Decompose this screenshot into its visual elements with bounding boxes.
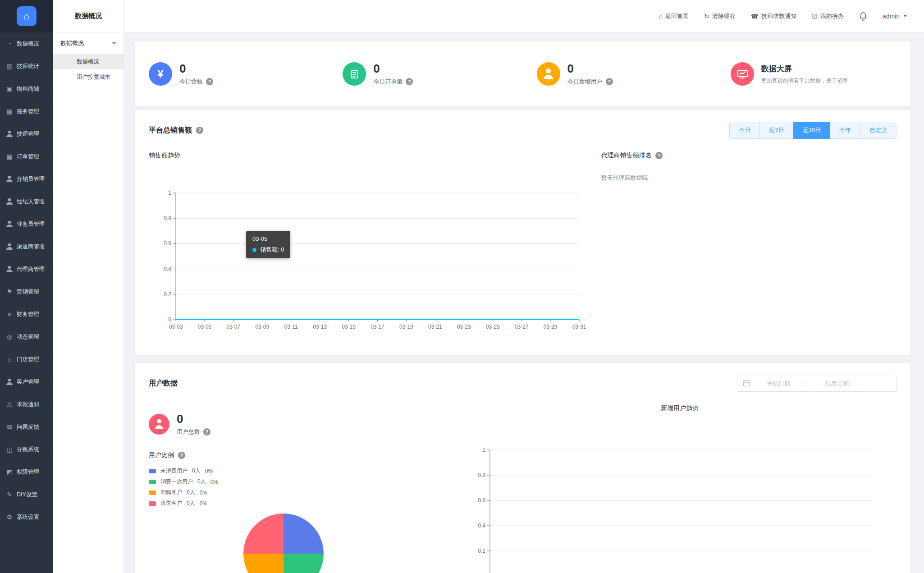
help-icon[interactable]: ? <box>206 78 213 85</box>
help-icon[interactable]: ? <box>406 78 413 85</box>
clipboard-icon <box>343 62 366 86</box>
sidebar-item-label: 经纪人管理 <box>17 198 45 206</box>
svg-text:0.4: 0.4 <box>164 266 171 272</box>
user-icon <box>149 414 169 435</box>
stats-card: ¥ 0 今日营收 ? 0 今日订单量 ? <box>135 41 910 106</box>
date-range-picker[interactable]: - <box>737 375 897 392</box>
legend-swatch-icon <box>149 469 156 473</box>
help-icon[interactable]: ? <box>606 78 613 85</box>
sidebar-item-feed-mgmt[interactable]: ◎动态管理 <box>0 325 53 348</box>
sidebar-item-broker-mgmt[interactable]: 经纪人管理 <box>0 190 53 213</box>
today-new-users-label: 今日新增用户 <box>567 78 603 86</box>
sidebar-item-customer-mgmt[interactable]: 客户管理 <box>0 371 53 393</box>
sidebar-item-diy-settings[interactable]: ✎DIY设置 <box>0 483 53 506</box>
legend-item[interactable]: 回购客户0人0% <box>149 487 463 498</box>
sidebar-item-label: 渠道商管理 <box>17 243 45 251</box>
today-new-users-value: 0 <box>567 62 613 75</box>
sidebar-item-distributor-mgmt[interactable]: 分销员管理 <box>0 168 53 190</box>
platform-sales-card: 平台总销售额 ? 今日近7日近30日今年自定义 销售额趋势 03-05 <box>135 110 910 355</box>
svg-text:03-17: 03-17 <box>371 324 384 330</box>
home-logo-icon[interactable]: ⌂ <box>17 6 37 26</box>
svg-text:03-05: 03-05 <box>198 324 212 330</box>
svg-text:0.8: 0.8 <box>164 215 171 221</box>
disc-icon: ◎ <box>6 333 13 340</box>
shield-icon: ◩ <box>6 468 13 476</box>
todo-icon: ☑ <box>812 13 818 20</box>
sidebar-item-store-mgmt[interactable]: ⌂门店管理 <box>0 348 53 371</box>
legend-swatch-icon <box>149 480 156 484</box>
topbar-item-label: 清除缓存 <box>712 12 736 20</box>
topbar-item-home[interactable]: ⌂返回首页 <box>659 12 689 20</box>
admin-user-menu[interactable]: admin <box>883 13 907 20</box>
mail-icon: ✉ <box>6 423 13 431</box>
sidebar-item-feedback[interactable]: ✉问题反馈 <box>0 416 53 438</box>
logo-area: ⌂ <box>0 0 53 32</box>
legend-item[interactable]: 流失客户0人0% <box>149 498 463 509</box>
help-icon[interactable]: ? <box>196 127 203 134</box>
legend-count: 0人 <box>187 500 195 507</box>
topbar: ⌂返回首页↻清除缓存☎技师求救通知☑我的待办 admin <box>124 0 924 32</box>
content-area: ¥ 0 今日营收 ? 0 今日订单量 ? <box>124 32 924 573</box>
topbar-item-clear-cache[interactable]: ↻清除缓存 <box>704 12 736 20</box>
agent-ranking-empty-text: 暂无代理商数据哦 <box>601 174 897 182</box>
sidebar-item-ledger-system[interactable]: ◫分账系统 <box>0 438 53 461</box>
svg-text:0.6: 0.6 <box>164 240 171 247</box>
person-icon <box>6 176 13 182</box>
sales-range-tab-3[interactable]: 今年 <box>830 122 860 139</box>
submenu-item-data-overview[interactable]: 数据概况 <box>53 54 124 69</box>
sales-range-tab-4[interactable]: 自定义 <box>860 122 897 139</box>
sidebar-item-agent-mgmt[interactable]: 代理商管理 <box>0 258 53 280</box>
svg-text:03-11: 03-11 <box>284 324 298 330</box>
help-icon[interactable]: ? <box>178 452 185 459</box>
sidebar-item-order-mgmt[interactable]: ▦订单管理 <box>0 145 53 168</box>
help-icon[interactable]: ? <box>203 428 210 435</box>
sidebar-item-label: 财务管理 <box>17 311 39 318</box>
end-date-input[interactable] <box>810 380 864 387</box>
start-date-input[interactable] <box>752 380 805 387</box>
notification-bell-button[interactable] <box>859 12 867 21</box>
admin-username: admin <box>883 13 900 20</box>
user-icon <box>537 62 560 86</box>
person-icon <box>6 243 13 250</box>
sidebar-item-technician-mgmt[interactable]: 技师管理 <box>0 123 53 145</box>
submenu-item-user-vote-city[interactable]: 用户投票城市 <box>53 69 124 85</box>
user-ratio-title: 用户比例 <box>149 451 174 459</box>
sales-range-tab-2[interactable]: 近30日 <box>793 122 830 139</box>
svg-text:03-23: 03-23 <box>457 324 471 330</box>
sales-range-tab-0[interactable]: 今日 <box>729 122 760 139</box>
datascreen-banner[interactable]: 数据大屏 更加直观的查看平台数据，便于招商 <box>717 62 910 86</box>
sales-range-tab-1[interactable]: 近7日 <box>759 122 793 139</box>
home-icon: ⌂ <box>659 13 663 20</box>
legend-item[interactable]: 消费一次用户0人0% <box>149 477 463 487</box>
topbar-item-tech-sos-notice[interactable]: ☎技师求救通知 <box>751 12 796 20</box>
sidebar-item-finance-mgmt[interactable]: ¤财务管理 <box>0 303 53 325</box>
person-icon <box>6 131 13 137</box>
sidebar-item-label: 技师管理 <box>17 130 39 138</box>
new-user-trend-chart[interactable]: 00.20.40.60.81 <box>463 445 897 573</box>
date-separator: - <box>807 380 809 387</box>
legend-label: 未消费用户 <box>160 467 188 475</box>
sidebar-item-tech-stats[interactable]: ▥技师统计 <box>0 55 53 78</box>
gear-icon: ⚙ <box>6 513 13 521</box>
help-icon[interactable]: ? <box>655 152 663 159</box>
sales-trend-title-row: 销售额趋势 <box>149 151 597 160</box>
sidebar-item-material-mall[interactable]: ▣物料商城 <box>0 78 53 100</box>
sidebar-item-service-mgmt[interactable]: ▤服务管理 <box>0 100 53 123</box>
sales-trend-chart[interactable]: 03-05 销售额: 0 00.20.40.60.8103-0303-0503-… <box>149 188 597 335</box>
legend-item[interactable]: 未消费用户0人0% <box>149 466 463 477</box>
svg-text:03-25: 03-25 <box>486 324 500 330</box>
agent-ranking-section: 代理商销售额排名 ? 暂无代理商数据哦 <box>597 151 897 335</box>
sidebar-item-system-settings[interactable]: ⚙系统设置 <box>0 506 53 528</box>
user-ratio-pie-chart[interactable] <box>243 513 324 573</box>
sidebar-item-label: 营销管理 <box>17 288 39 296</box>
money-icon: ¥ <box>149 62 172 86</box>
sidebar-item-salesman-mgmt[interactable]: 业务员管理 <box>0 213 53 235</box>
sales-trend-section: 销售额趋势 03-05 销售额: 0 00.20.40.60.8103-0303… <box>149 151 597 335</box>
sidebar-item-data-overview[interactable]: ◔数据概况 <box>0 32 53 55</box>
submenu-group-data-overview[interactable]: 数据概况 <box>53 32 124 54</box>
sidebar-item-marketing-mgmt[interactable]: ⚑营销管理 <box>0 280 53 303</box>
sidebar-item-permission-mgmt[interactable]: ◩权限管理 <box>0 461 53 483</box>
topbar-item-my-todo[interactable]: ☑我的待办 <box>812 12 844 20</box>
sidebar-item-sos-notice[interactable]: ⚠求救通知 <box>0 393 53 416</box>
sidebar-item-channel-mgmt[interactable]: 渠道商管理 <box>0 235 53 258</box>
